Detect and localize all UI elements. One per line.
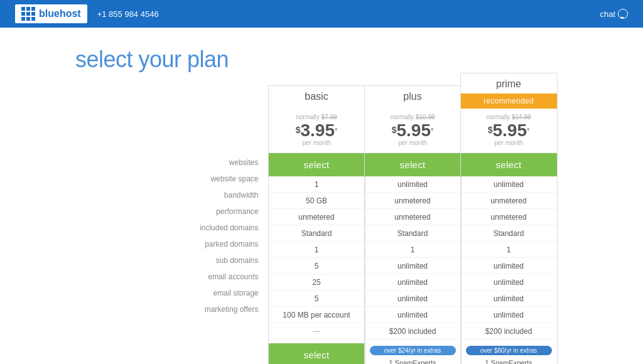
prime-extra-item-1: 1 SpamExperts xyxy=(461,358,557,364)
basic-websites: 1 xyxy=(269,176,365,193)
prime-website-space: unmetered xyxy=(461,193,557,209)
plus-select-top-button[interactable]: select xyxy=(365,153,461,176)
prime-extras-area: over $80/yr in extras 1 SpamExperts 1 Do… xyxy=(461,340,557,364)
basic-name-area: basic xyxy=(269,85,365,109)
prime-normally: normally $14.99 xyxy=(467,114,551,120)
plus-email-storage: unlimited xyxy=(365,307,461,323)
plus-per-month: per month xyxy=(371,139,455,146)
feat-label-sub-domains: sub domains xyxy=(162,252,259,269)
basic-email-accounts: 5 xyxy=(269,291,365,307)
prime-select-top-button[interactable]: select xyxy=(461,153,557,176)
chat-icon xyxy=(618,9,628,19)
basic-per-month: per month xyxy=(275,139,359,146)
basic-email-storage: 100 MB per account xyxy=(269,307,365,323)
plus-websites: unlimited xyxy=(365,176,461,193)
plus-email-accounts: unlimited xyxy=(365,291,461,307)
plus-included-domains: 1 xyxy=(365,242,461,258)
feat-label-websites: websites xyxy=(162,154,259,171)
basic-parked-domains: 5 xyxy=(269,258,365,274)
basic-price: 3.95 xyxy=(301,120,335,140)
feat-label-included-domains: included domains xyxy=(162,220,259,236)
prime-parked-domains: unlimited xyxy=(461,258,557,274)
prime-email-storage: unlimited xyxy=(461,307,557,323)
header: bluehost +1 855 984 4546 chat xyxy=(0,0,643,28)
plus-name-area: plus xyxy=(365,85,461,109)
feat-label-website-space: website space xyxy=(162,171,259,187)
feat-label-email-accounts: email accounts xyxy=(162,269,259,285)
basic-normally: normally $7.99 xyxy=(275,114,359,120)
feat-label-parked-domains: parked domains xyxy=(162,236,259,252)
prime-extras-badge: over $80/yr in extras xyxy=(466,346,552,355)
feat-label-email-storage: email storage xyxy=(162,285,259,301)
plus-extras-badge: over $24/yr in extras xyxy=(370,346,456,355)
prime-pricing: normally $14.99 $5.95* per month xyxy=(461,109,557,153)
prime-price: 5.95 xyxy=(493,120,527,140)
logo-text: bluehost xyxy=(39,8,81,19)
basic-performance: Standard xyxy=(269,225,365,242)
prime-sub-domains: unlimited xyxy=(461,274,557,291)
basic-pricing: normally $7.99 $3.95* per month xyxy=(269,109,365,153)
prime-marketing-offers: $200 included xyxy=(461,323,557,340)
feat-label-marketing-offers: marketing offers xyxy=(162,301,259,318)
basic-bottom-btn-area: select xyxy=(269,340,365,364)
feat-label-bandwidth: bandwidth xyxy=(162,187,259,203)
plus-sub-domains: unlimited xyxy=(365,274,461,291)
phone-number: +1 855 984 4546 xyxy=(97,9,159,19)
page-title: select your plan xyxy=(75,46,643,73)
plus-marketing-offers: $200 included xyxy=(365,323,461,340)
plus-bandwidth: unmetered xyxy=(365,209,461,225)
basic-marketing-offers: — xyxy=(269,323,365,340)
basic-plan-name: basic xyxy=(269,91,365,102)
prime-email-accounts: unlimited xyxy=(461,291,557,307)
header-left: bluehost +1 855 984 4546 xyxy=(15,4,159,23)
logo-area[interactable]: bluehost xyxy=(15,4,87,23)
plus-extra-item-1: 1 SpamExperts xyxy=(365,358,461,364)
basic-included-domains: 1 xyxy=(269,242,365,258)
basic-select-bottom-button[interactable]: select xyxy=(269,343,365,364)
prime-recommended-badge: recommended xyxy=(461,94,557,109)
prime-included-domains: 1 xyxy=(461,242,557,258)
prime-performance: Standard xyxy=(461,225,557,242)
plus-extras-list: 1 SpamExperts xyxy=(365,358,461,364)
logo-grid-icon xyxy=(21,7,35,21)
plus-plan-name: plus xyxy=(365,91,461,102)
plus-parked-domains: unlimited xyxy=(365,258,461,274)
plan-basic: basic normally $7.99 $3.95* per month se… xyxy=(268,85,365,364)
chat-label: chat xyxy=(600,9,615,19)
prime-name-area: prime xyxy=(461,73,557,94)
plans-container: websites website space bandwidth perform… xyxy=(0,85,643,364)
basic-bandwidth: unmetered xyxy=(269,209,365,225)
prime-websites: unlimited xyxy=(461,176,557,193)
prime-per-month: per month xyxy=(467,139,551,146)
feature-labels: websites website space bandwidth perform… xyxy=(162,85,269,318)
plus-price: 5.95 xyxy=(397,120,431,140)
basic-sub-domains: 25 xyxy=(269,274,365,291)
basic-website-space: 50 GB xyxy=(269,193,365,209)
plus-performance: Standard xyxy=(365,225,461,242)
basic-select-top-button[interactable]: select xyxy=(269,153,365,176)
prime-extras-list: 1 SpamExperts 1 Domain Privacy SiteBacku… xyxy=(461,358,557,364)
prime-plan-name: prime xyxy=(461,78,557,90)
plan-prime: prime recommended normally $14.99 $5.95*… xyxy=(460,73,558,364)
feat-label-performance: performance xyxy=(162,203,259,220)
plus-extras-area: over $24/yr in extras 1 SpamExperts xyxy=(365,340,461,364)
plus-pricing: normally $10.99 $5.95* per month xyxy=(365,109,461,153)
chat-area[interactable]: chat xyxy=(600,9,628,19)
plus-website-space: unmetered xyxy=(365,193,461,209)
plan-plus: plus normally $10.99 $5.95* per month se… xyxy=(364,85,462,364)
prime-bandwidth: unmetered xyxy=(461,209,557,225)
plus-normally: normally $10.99 xyxy=(371,114,455,120)
